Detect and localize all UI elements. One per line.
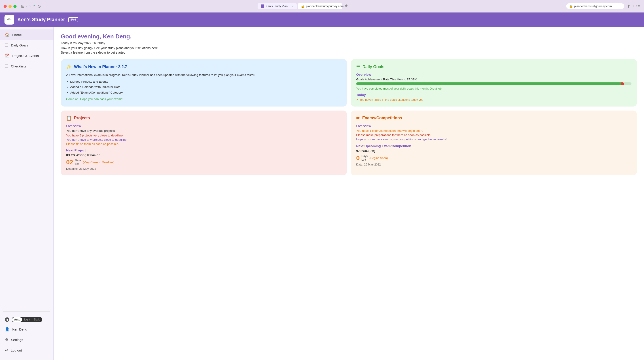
whats-new-item-1: Merged Projects and Events [70, 79, 342, 84]
exams-title-text: Exams/Competitions [362, 116, 402, 120]
theme-switcher: ◑ Auto Light Dark [0, 315, 54, 324]
address-text: planner.kenstudyjourney.com [574, 4, 612, 8]
back-button[interactable]: ‹ [26, 4, 28, 8]
browser-nav-controls: ⊞ ‹ › ↺ ⊘ [21, 4, 41, 9]
extensions-button[interactable]: ⊘ [38, 4, 41, 9]
tab-favicon-1 [261, 4, 264, 8]
exams-warn1: You have 1 exam/competition that will be… [356, 129, 632, 132]
sidebar-item-home[interactable]: 🏠 Home [0, 29, 54, 40]
goals-progress-bar [356, 82, 632, 85]
goals-congrat: You have completed most of your daily go… [356, 87, 632, 90]
next-project-name: IELTS Writing Revision [66, 154, 342, 157]
tab-study-planner[interactable]: Ken's Study Plan... ✕ [258, 3, 297, 9]
tab-planner-site[interactable]: 🔒 planner.kenstudyjourney.com ✕ [298, 3, 342, 9]
new-tab-icon[interactable]: + [632, 4, 634, 9]
exams-title-icon: ✏ [356, 115, 360, 121]
projects-overview-header: Overview [66, 124, 342, 128]
reload-button[interactable]: ↺ [32, 4, 36, 9]
sidebar-item-logout[interactable]: ↩ Log out [0, 345, 54, 356]
days-label-top: Days [75, 159, 81, 162]
theme-circle-icon: ◑ [5, 317, 10, 322]
projects-title: 📋 Projects [66, 115, 342, 121]
exams-title: ✏ Exams/Competitions [356, 115, 632, 121]
days-label-bottom: Left [75, 162, 81, 166]
theme-dark[interactable]: Dark [32, 317, 42, 322]
more-icon[interactable]: ••• [636, 4, 640, 9]
forward-button[interactable]: › [29, 4, 31, 8]
ipv6-badge: IPv6 [68, 17, 78, 22]
daily-goals-title-icon: ☰ [356, 64, 360, 69]
whats-new-intro: A Level international exam is in progres… [66, 73, 342, 77]
cards-grid: ✨ What's New in Planner 2.2.7 A Level in… [61, 59, 637, 175]
exams-urgent: Please make preparations for them as soo… [356, 133, 632, 137]
home-icon: 🏠 [5, 32, 10, 37]
logout-icon: ↩ [5, 348, 8, 353]
exam-days-row: 0 Days Left (Begins Soon) [356, 155, 632, 162]
logo-icon: ✏ [8, 17, 12, 22]
app-logo: ✏ [4, 15, 14, 24]
projects-title-text: Projects [74, 116, 90, 120]
sub-line: How is your day going? See your study pl… [61, 46, 637, 50]
goals-rate-text: Goals Achievement Rate This Month: 97.32… [356, 78, 632, 81]
goals-progress-fill [356, 82, 624, 85]
days-left-row: 02 Days Left (Very Close to Deadline) [66, 159, 342, 166]
tab2-label: planner.kenstudyjourney.com [306, 4, 344, 8]
sidebar: 🏠 Home ☰ Daily Goals 📅 Projects & Events… [0, 27, 54, 360]
daily-goals-title-text: Daily Goals [362, 65, 384, 69]
days-number: 02 [66, 159, 73, 166]
greeting-text: Good evening, Ken Deng. [61, 33, 637, 40]
new-tab-button[interactable]: + [343, 3, 350, 9]
whats-new-body: A Level international exam is in progres… [66, 73, 342, 102]
whats-new-title: ✨ What's New in Planner 2.2.7 [66, 64, 342, 69]
share-icon[interactable]: ⬆ [627, 4, 630, 9]
exams-overview-header: Overview [356, 124, 632, 128]
sidebar-label-projects: Projects & Events [12, 54, 39, 58]
sidebar-item-user[interactable]: 👤 Ken Deng [0, 324, 54, 335]
goals-today-warning: ✕ You haven't filled in the goals situat… [356, 98, 632, 101]
sidebar-item-projects-events[interactable]: 📅 Projects & Events [0, 50, 54, 61]
exam-days-number: 0 [356, 155, 360, 161]
maximize-button[interactable] [14, 5, 16, 8]
sidebar-label-daily-goals: Daily Goals [11, 43, 28, 47]
projects-title-icon: 📋 [66, 115, 72, 121]
sidebar-item-daily-goals[interactable]: ☰ Daily Goals [0, 40, 54, 50]
begins-badge: (Begins Soon) [370, 156, 388, 160]
sidebar-label-user: Ken Deng [12, 327, 27, 331]
whats-new-title-text: What's New in Planner 2.2.7 [74, 65, 127, 69]
close-button[interactable] [4, 5, 7, 8]
whats-new-cta: Come on! Hope you can pass your exams! [66, 97, 342, 102]
sidebar-toggle-icon[interactable]: ⊞ [21, 4, 24, 9]
projects-urgent: Please finish them as soon as possible. [66, 142, 342, 146]
exam-days-label-top: Days [362, 155, 368, 158]
tab1-close[interactable]: ✕ [291, 5, 294, 8]
user-icon: 👤 [5, 327, 10, 332]
sidebar-nav: 🏠 Home ☰ Daily Goals 📅 Projects & Events… [0, 29, 54, 310]
goals-overview-header: Overview [356, 73, 632, 76]
sidebar-item-checklists[interactable]: ☰ Checklists [0, 61, 54, 71]
sidebar-divider [3, 311, 50, 312]
browser-actions: ⬆ + ••• [627, 4, 640, 9]
very-close-badge: (Very Close to Deadline) [83, 161, 114, 164]
address-bar[interactable]: 🔒 planner.kenstudyjourney.com [566, 3, 624, 9]
exam-days-label-bottom: Left [362, 158, 368, 162]
settings-icon: ⚙ [5, 338, 8, 342]
theme-light[interactable]: Light [22, 317, 32, 322]
whats-new-card: ✨ What's New in Planner 2.2.7 A Level in… [61, 59, 347, 107]
lock-icon: 🔒 [569, 4, 573, 8]
minimize-button[interactable] [8, 5, 12, 8]
sidebar-bottom: ◑ Auto Light Dark 👤 Ken Deng ⚙ Settings … [0, 313, 54, 357]
theme-toggle[interactable]: Auto Light Dark [12, 317, 42, 322]
whats-new-list: Merged Projects and Events Added a Calen… [70, 79, 342, 95]
projects-warn1: You have 5 projects very close to deadli… [66, 134, 342, 137]
exam-days-label: Days Left [362, 155, 368, 162]
theme-auto[interactable]: Auto [12, 317, 22, 322]
tab1-label: Ken's Study Plan... [266, 4, 290, 8]
whats-new-item-3: Added "Exams/Competitions" Category [70, 90, 342, 95]
projects-icon: 📅 [5, 53, 10, 58]
sidebar-label-home: Home [12, 33, 22, 37]
daily-goals-icon: ☰ [5, 43, 8, 48]
sidebar-item-settings[interactable]: ⚙ Settings [0, 335, 54, 345]
tab-favicon-2: 🔒 [301, 4, 304, 8]
projects-ok: You don't have any overdue projects. [66, 129, 342, 132]
app-title: Ken's Study Planner [18, 17, 65, 22]
